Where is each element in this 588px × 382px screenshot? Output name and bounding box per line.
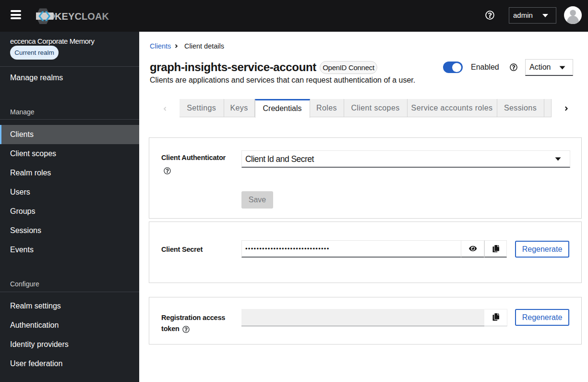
svg-text:KEYCLOAK: KEYCLOAK [55, 11, 109, 22]
